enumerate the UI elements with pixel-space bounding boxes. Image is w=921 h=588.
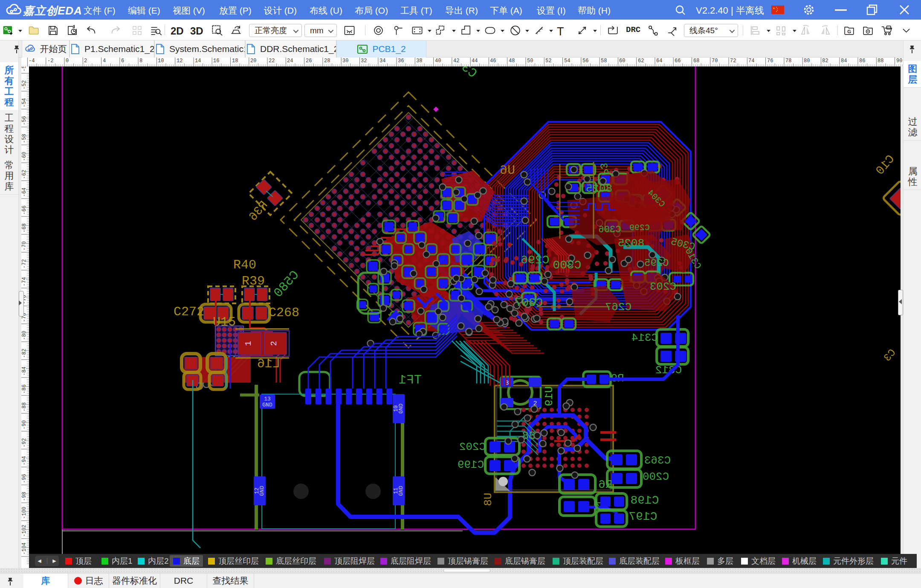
svg-text:C296: C296 (521, 254, 549, 267)
svg-text:-102: -102 (21, 525, 27, 537)
svg-text:GND: GND (398, 486, 404, 496)
svg-text:76: 76 (767, 58, 773, 64)
svg-text:C10: C10 (873, 153, 897, 178)
svg-text:82: 82 (822, 58, 828, 64)
svg-text:46: 46 (490, 58, 496, 64)
svg-text:30: 30 (342, 58, 348, 64)
svg-text:C198: C198 (630, 494, 659, 507)
svg-text:20: 20 (250, 58, 256, 64)
svg-text:GND: GND (259, 486, 265, 496)
svg-text:-84: -84 (21, 366, 27, 376)
svg-text:44: 44 (472, 58, 478, 64)
svg-text:U6: U6 (500, 163, 515, 178)
svg-text:16: 16 (213, 58, 219, 64)
svg-text:18: 18 (232, 58, 238, 64)
svg-text:86: 86 (859, 58, 865, 64)
svg-text:C268: C268 (269, 306, 299, 320)
svg-text:C202: C202 (459, 441, 486, 453)
svg-text:C300: C300 (553, 259, 581, 272)
svg-text:C295: C295 (644, 257, 669, 269)
svg-text:-66: -66 (21, 205, 27, 215)
svg-text:2: 2 (84, 58, 87, 64)
svg-text:58: 58 (601, 58, 607, 64)
svg-text:-88: -88 (21, 402, 27, 412)
svg-text:64: 64 (656, 58, 662, 64)
svg-text:U8: U8 (482, 493, 495, 506)
svg-text:-92: -92 (21, 438, 27, 447)
svg-text:10: 10 (158, 58, 164, 64)
svg-text:C199: C199 (458, 458, 484, 471)
svg-text:-100: -100 (21, 507, 27, 519)
svg-text:-60: -60 (21, 152, 27, 161)
svg-text:-70: -70 (21, 241, 27, 251)
svg-text:C306: C306 (599, 225, 621, 235)
svg-text:4: 4 (103, 58, 106, 64)
svg-text:68: 68 (693, 58, 699, 64)
svg-text:2: 2 (269, 341, 279, 346)
svg-text:C200: C200 (643, 470, 669, 483)
svg-text:U19: U19 (543, 386, 556, 406)
svg-text:90: 90 (896, 58, 902, 64)
svg-text:-52: -52 (21, 80, 27, 89)
svg-text:48: 48 (509, 58, 515, 64)
svg-text:-80: -80 (21, 331, 27, 340)
svg-text:-54: -54 (21, 98, 27, 107)
svg-text:42: 42 (453, 58, 459, 64)
svg-text:52: 52 (545, 58, 551, 64)
svg-text:GND: GND (262, 402, 272, 408)
svg-text:6: 6 (121, 58, 124, 64)
svg-text:C267: C267 (605, 301, 631, 314)
svg-text:L16: L16 (257, 357, 280, 371)
svg-text:-64: -64 (21, 187, 27, 197)
svg-text:14: 14 (195, 58, 201, 64)
svg-text:-2: -2 (47, 58, 53, 64)
svg-text:-50: -50 (21, 66, 27, 72)
svg-text:G: G (847, 29, 851, 34)
svg-text:28: 28 (324, 58, 330, 64)
svg-text:C3: C3 (881, 347, 898, 363)
svg-text:54: 54 (564, 58, 570, 64)
svg-text:1: 1 (243, 341, 253, 346)
svg-text:62: 62 (638, 58, 644, 64)
svg-text:C203: C203 (650, 280, 676, 293)
svg-text:R40: R40 (233, 258, 256, 272)
svg-text:60: 60 (619, 58, 625, 64)
svg-text:-72: -72 (21, 259, 27, 268)
svg-text:38: 38 (416, 58, 422, 64)
svg-text:C299: C299 (629, 223, 650, 233)
svg-text:-74: -74 (21, 277, 27, 286)
svg-text:22: 22 (269, 58, 275, 64)
svg-text:-58: -58 (21, 134, 27, 143)
svg-text:32: 32 (361, 58, 367, 64)
svg-text:TF1: TF1 (399, 373, 422, 387)
svg-text:C363: C363 (644, 454, 671, 467)
svg-text:-62: -62 (21, 170, 27, 179)
svg-text:-90: -90 (21, 420, 27, 429)
svg-text:C307: C307 (514, 296, 543, 309)
svg-text:78: 78 (785, 58, 791, 64)
svg-text:24: 24 (287, 58, 293, 64)
svg-text:8025: 8025 (586, 182, 612, 195)
svg-text:-94: -94 (21, 456, 27, 465)
svg-text:-56: -56 (21, 116, 27, 125)
svg-text:66: 66 (675, 58, 681, 64)
svg-text:C197: C197 (628, 510, 657, 523)
svg-text:70: 70 (712, 58, 718, 64)
svg-text:-4: -4 (29, 58, 35, 64)
svg-text:C314: C314 (631, 331, 658, 344)
svg-text:72: 72 (730, 58, 736, 64)
svg-text:8: 8 (139, 58, 142, 64)
svg-text:56: 56 (582, 58, 588, 64)
svg-text:12: 12 (177, 58, 182, 64)
svg-text:0: 0 (66, 58, 69, 64)
svg-text:34: 34 (379, 58, 385, 64)
svg-text:C272: C272 (174, 305, 204, 319)
svg-text:-96: -96 (21, 474, 27, 483)
svg-text:C580: C580 (271, 268, 302, 300)
svg-text:-98: -98 (21, 492, 27, 501)
svg-text:C3: C3 (458, 66, 479, 81)
svg-text:8025: 8025 (618, 237, 644, 250)
svg-text:P3: P3 (597, 162, 611, 176)
svg-text:13: 13 (264, 396, 271, 402)
svg-text:R6: R6 (598, 478, 613, 491)
